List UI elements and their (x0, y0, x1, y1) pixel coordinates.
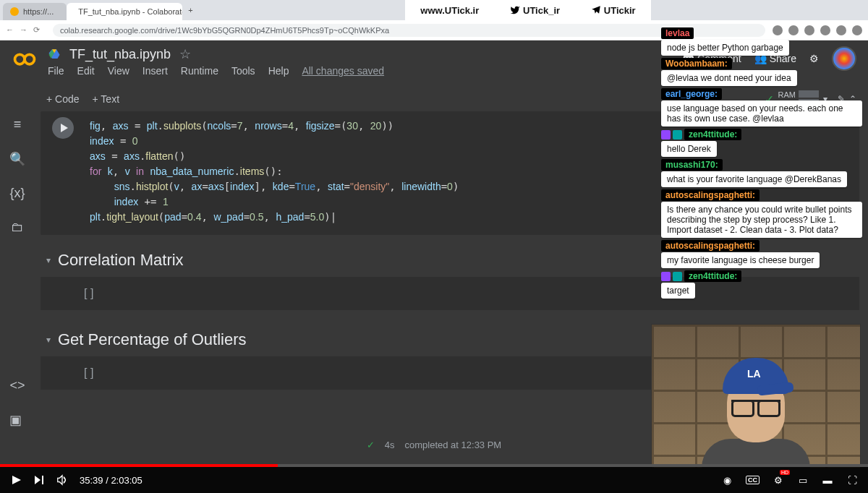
new-tab-button[interactable]: + (182, 6, 198, 14)
chat-username: autoscalingspaghetti: (661, 189, 760, 201)
nav-controls[interactable]: ←→⟳ (6, 25, 46, 35)
menu-view[interactable]: View (108, 65, 129, 77)
settings-button[interactable]: ⚙ (773, 474, 784, 486)
star-icon[interactable]: ☆ (179, 46, 191, 62)
watermark-twitter: UTick_ir (510, 5, 560, 16)
chat-username: zen4ttitude: (684, 270, 741, 282)
code-snippets-icon[interactable]: <> (9, 378, 25, 393)
video-player-controls: 35:39 / 2:03:05 ◉ CC ⚙ ▭ ▬ ⛶ (0, 467, 868, 493)
chat-message: musashi170:what is your favorite languag… (661, 159, 862, 187)
miniplayer-button[interactable]: ▭ (797, 474, 809, 486)
autoplay-toggle[interactable]: ◉ (721, 474, 733, 486)
watermark-strip: www.UTick.ir UTick_ir UTickir (405, 0, 651, 20)
svg-point-1 (25, 54, 35, 64)
chat-text: use language based on your needs. each o… (661, 100, 862, 127)
chat-message: zen4ttitude:hello Derek (661, 129, 862, 157)
chat-username: Woobambaam: (661, 58, 732, 69)
colab-logo[interactable] (12, 46, 38, 72)
chat-message: autoscalingspaghetti:my favorite languag… (661, 240, 862, 268)
next-button[interactable] (33, 474, 45, 486)
menu-file[interactable]: File (48, 65, 64, 77)
chat-username: levlaa (661, 27, 694, 39)
terminal-icon[interactable]: ▣ (9, 412, 25, 428)
status-duration: 4s (385, 440, 395, 450)
watermark-site: www.UTick.ir (420, 5, 479, 16)
chat-message: Woobambaam:@levlaa we dont need your ide… (661, 58, 862, 86)
chat-message: zen4ttitude:target (661, 270, 862, 299)
chat-text: node js better Python garbage (661, 40, 789, 56)
chat-username: musashi170: (661, 159, 723, 171)
play-button[interactable] (10, 474, 22, 486)
watermark-telegram: UTickir (591, 5, 636, 16)
chat-message: earl_george:use language based on your n… (661, 88, 862, 127)
chat-message: levlaanode js better Python garbage (661, 27, 862, 56)
chat-text: target (661, 283, 695, 299)
chat-username: autoscalingspaghetti: (661, 240, 760, 252)
save-status[interactable]: All changes saved (302, 65, 384, 77)
variables-icon[interactable]: {x} (9, 186, 25, 201)
chat-username: earl_george: (661, 88, 722, 100)
add-code-button[interactable]: + Code (46, 93, 80, 105)
status-check-icon: ✓ (367, 440, 375, 450)
collapse-triangle-icon[interactable]: ▾ (46, 255, 51, 265)
webcam-feed (651, 324, 861, 468)
volume-button[interactable] (56, 474, 68, 486)
chat-username: zen4ttitude: (684, 129, 741, 140)
chat-text: what is your favorite language @DerekBan… (661, 171, 847, 187)
run-cell-button[interactable] (52, 117, 74, 139)
theater-button[interactable]: ▬ (822, 474, 833, 486)
video-time: 35:39 / 2:03:05 (80, 475, 142, 486)
browser-tab[interactable]: https://... (3, 3, 67, 20)
url-field[interactable]: colab.research.google.com/drive/1Wc9bYbG… (53, 24, 765, 37)
menu-runtime[interactable]: Runtime (181, 65, 218, 77)
chat-text: Is there any chance you could write bull… (661, 202, 862, 238)
menu-insert[interactable]: Insert (142, 65, 168, 77)
menu-bar[interactable]: File Edit View Insert Runtime Tools Help… (48, 65, 384, 77)
search-icon[interactable]: 🔍 (9, 151, 25, 167)
section-title: Correlation Matrix (58, 251, 184, 270)
section-title: Get Percentage of Outliers (58, 330, 246, 349)
chat-text: my favorite language is cheese burger (661, 252, 820, 268)
notebook-title[interactable]: TF_tut_nba.ipynb (69, 47, 171, 62)
chat-text: hello Derek (661, 141, 717, 157)
menu-tools[interactable]: Tools (231, 65, 255, 77)
chat-message: autoscalingspaghetti:Is there any chance… (661, 189, 862, 238)
drive-icon (48, 48, 61, 61)
files-icon[interactable]: 🗀 (11, 220, 24, 235)
collapse-triangle-icon[interactable]: ▾ (46, 335, 51, 345)
svg-point-0 (15, 54, 25, 64)
fullscreen-button[interactable]: ⛶ (846, 474, 858, 486)
chat-text: @levlaa we dont need your idea (661, 70, 797, 86)
toc-icon[interactable]: ≡ (14, 117, 22, 132)
menu-edit[interactable]: Edit (77, 65, 95, 77)
captions-button[interactable]: CC (746, 476, 760, 484)
live-chat-overlay: levlaanode js better Python garbageWooba… (661, 27, 862, 299)
status-message: completed at 12:33 PM (405, 440, 502, 450)
add-text-button[interactable]: + Text (93, 93, 120, 105)
browser-tab-active[interactable]: TF_tut_nba.ipynb - Colaboratory (67, 3, 182, 20)
menu-help[interactable]: Help (268, 65, 289, 77)
